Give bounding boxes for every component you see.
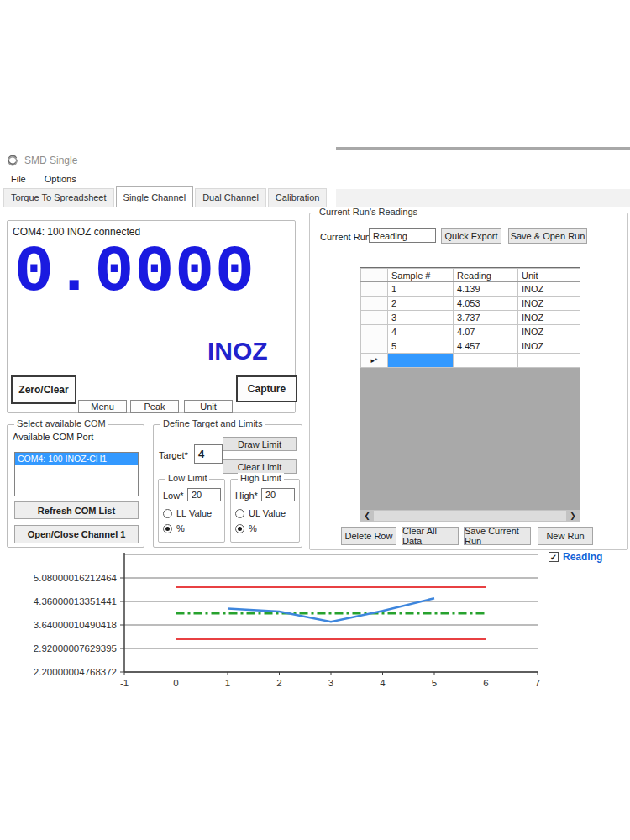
readings-table: Sample # Reading Unit 1 4.139 INOZ 2 4.0…	[360, 268, 580, 368]
com-list-label: Available COM Port	[13, 432, 93, 442]
target-input[interactable]: 4	[194, 444, 223, 464]
low-limit-group-title: Low Limit	[165, 473, 209, 483]
ul-value-radio[interactable]	[235, 509, 244, 518]
cell-unit[interactable]: INOZ	[518, 282, 580, 297]
tab-single-channel[interactable]: Single Channel	[116, 186, 194, 207]
table-row[interactable]: 3 3.737 INOZ	[361, 311, 580, 325]
ll-percent-radio-row[interactable]: %	[163, 523, 185, 533]
draw-limit-button[interactable]: Draw Limit	[223, 437, 297, 451]
save-current-run-button[interactable]: Save Current Run	[464, 527, 531, 545]
col-unit[interactable]: Unit	[518, 269, 580, 282]
tab-calibration[interactable]: Calibration	[268, 188, 328, 207]
chart-legend: ✓ Reading	[549, 551, 602, 563]
new-run-button[interactable]: New Run	[538, 527, 593, 545]
com-group-title: Select available COM	[14, 418, 108, 428]
legend-label: Reading	[563, 551, 602, 563]
cell-reading[interactable]: 4.457	[454, 339, 518, 354]
cell-reading[interactable]: 3.737	[454, 311, 518, 325]
svg-text:6: 6	[483, 678, 488, 688]
open-close-channel-button[interactable]: Open/Close Channel 1	[14, 525, 139, 543]
table-new-row[interactable]: ▸*	[361, 354, 580, 368]
cell-unit[interactable]: INOZ	[518, 339, 580, 354]
low-limit-input[interactable]: 20	[187, 488, 221, 501]
current-run-label: Current Run:	[320, 232, 373, 242]
ul-percent-radio-row[interactable]: %	[235, 523, 257, 533]
table-row[interactable]: 1 4.139 INOZ	[361, 282, 580, 297]
zero-clear-button[interactable]: Zero/Clear	[11, 375, 76, 404]
readings-grid: Sample # Reading Unit 1 4.139 INOZ 2 4.0…	[360, 267, 580, 522]
svg-text:4.36000013351441: 4.36000013351441	[34, 596, 117, 606]
reading-checkbox[interactable]: ✓	[549, 552, 559, 562]
ul-value-radio-label: UL Value	[249, 508, 286, 518]
col-reading[interactable]: Reading	[454, 269, 518, 282]
cell-sample[interactable]: 2	[388, 297, 454, 311]
peak-button[interactable]: Peak	[130, 400, 179, 413]
cell-unit[interactable]: INOZ	[518, 297, 580, 311]
cell-unit[interactable]: INOZ	[518, 311, 580, 325]
unit-readout: INOZ	[207, 337, 268, 365]
delete-row-button[interactable]: Delete Row	[341, 527, 396, 545]
menu-options[interactable]: Options	[37, 171, 84, 186]
tab-torque-to-spreadsheet[interactable]: Torque To Spreadsheet	[3, 188, 114, 207]
ll-value-radio[interactable]	[163, 509, 172, 518]
com-port-list-item[interactable]: COM4: 100 INOZ-CH1	[15, 453, 138, 465]
table-row[interactable]: 2 4.053 INOZ	[361, 297, 580, 311]
capture-button[interactable]: Capture	[236, 375, 297, 402]
tab-dual-channel[interactable]: Dual Channel	[195, 188, 266, 207]
menu-button[interactable]: Menu	[78, 400, 127, 413]
high-limit-group: High Limit High* 20 UL Value %	[230, 479, 300, 543]
svg-text:3: 3	[328, 678, 333, 688]
ll-percent-radio[interactable]	[163, 524, 172, 533]
current-run-input[interactable]: Reading	[369, 228, 436, 243]
run-group: Current Run's Readings Current Run: Read…	[309, 213, 628, 550]
save-open-run-button[interactable]: Save & Open Run	[508, 228, 587, 244]
high-limit-input[interactable]: 20	[261, 488, 295, 501]
table-row[interactable]: 4 4.07 INOZ	[361, 325, 580, 339]
readings-chart: 5.080000162124644.360000133514413.640000…	[0, 550, 588, 693]
quick-export-button[interactable]: Quick Export	[441, 228, 501, 244]
col-sample[interactable]: Sample #	[388, 269, 454, 282]
scrollbar-thumb[interactable]	[374, 511, 566, 521]
cell-sample[interactable]: 4	[388, 325, 454, 339]
limits-group: Define Target and Limits Target* 4 Draw …	[153, 424, 302, 548]
high-label: High*	[235, 491, 258, 501]
grid-horizontal-scrollbar[interactable]: ❮ ❯	[360, 510, 580, 522]
svg-text:7: 7	[535, 678, 540, 688]
cell-reading[interactable]: 4.139	[454, 282, 518, 297]
svg-text:-1: -1	[120, 678, 129, 688]
ul-percent-radio-label: %	[249, 523, 257, 533]
refresh-com-button[interactable]: Refresh COM List	[14, 501, 139, 519]
cell-unit[interactable]: INOZ	[518, 325, 580, 339]
menu-bar: File Options	[3, 170, 625, 187]
com-port-listbox[interactable]: COM4: 100 INOZ-CH1	[14, 452, 139, 496]
svg-text:5: 5	[432, 678, 437, 688]
clear-limit-button[interactable]: Clear Limit	[223, 459, 297, 474]
ul-percent-radio[interactable]	[235, 524, 244, 533]
menu-file[interactable]: File	[3, 171, 34, 186]
com-group: Select available COM Available COM Port …	[7, 424, 144, 548]
scroll-left-icon[interactable]: ❮	[360, 510, 374, 522]
cell-sample[interactable]: 5	[388, 339, 454, 354]
cell-sample[interactable]: 1	[388, 282, 454, 297]
svg-text:1: 1	[225, 678, 230, 688]
ul-value-radio-row[interactable]: UL Value	[235, 508, 286, 518]
application-window: SMD Single File Options Torque To Spread…	[0, 0, 630, 840]
window-title: SMD Single	[24, 155, 77, 166]
cell-reading[interactable]: 4.053	[454, 297, 518, 311]
high-limit-group-title: High Limit	[238, 473, 284, 483]
svg-text:2: 2	[276, 678, 281, 688]
app-icon	[7, 155, 18, 166]
display-group: COM4: 100 INOZ connected 0.0000 INOZ Zer…	[7, 220, 296, 413]
limits-group-title: Define Target and Limits	[160, 418, 265, 428]
clear-all-data-button[interactable]: Clear All Data	[402, 527, 459, 545]
table-row[interactable]: 5 4.457 INOZ	[361, 339, 580, 354]
tab-strip: Torque To Spreadsheet Single Channel Dua…	[3, 186, 591, 207]
unit-button[interactable]: Unit	[184, 400, 233, 413]
selected-cell[interactable]	[388, 354, 454, 368]
window-top-edge	[336, 147, 630, 150]
title-bar: SMD Single	[7, 152, 343, 169]
scroll-right-icon[interactable]: ❯	[566, 510, 580, 522]
cell-sample[interactable]: 3	[388, 311, 454, 325]
cell-reading[interactable]: 4.07	[454, 325, 518, 339]
ll-value-radio-row[interactable]: LL Value	[163, 508, 212, 518]
